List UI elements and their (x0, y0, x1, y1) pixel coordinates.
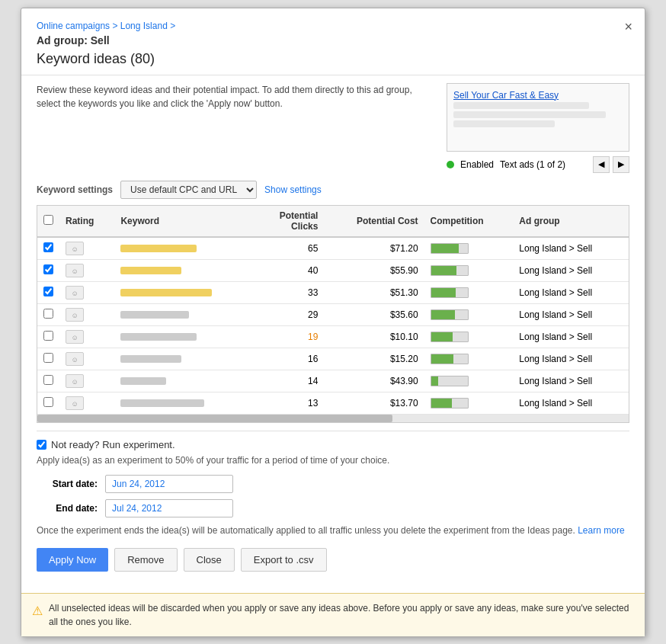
row-rating: ☺ (59, 259, 114, 281)
horizontal-scrollbar[interactable] (37, 415, 629, 422)
row-adgroup: Long Island > Sell (513, 392, 629, 414)
end-date-input[interactable] (105, 499, 233, 517)
table-row: ☺ 29 $35.60 Long Island > Sell (37, 303, 629, 325)
start-date-label: Start date: (37, 479, 98, 489)
row-clicks: 16 (255, 348, 324, 370)
row-checkbox-5[interactable] (43, 353, 53, 363)
dialog-header: Online campaigns > Long Island > Ad grou… (21, 8, 645, 75)
experiment-checkbox[interactable] (37, 440, 46, 450)
warning-icon: ⚠ (32, 602, 43, 620)
text-ads-label: Text ads (1 of 2) (500, 159, 565, 170)
ad-status-bar: Enabled Text ads (1 of 2) ◀ ▶ (447, 156, 629, 173)
next-ad-button[interactable]: ▶ (613, 156, 629, 173)
prev-ad-button[interactable]: ◀ (593, 156, 610, 173)
competition-fill (431, 399, 453, 408)
close-dialog-button[interactable]: Close (184, 548, 235, 572)
export-csv-button[interactable]: Export to .csv (241, 548, 327, 572)
close-button[interactable]: × (624, 19, 632, 35)
row-competition (424, 259, 514, 281)
row-checkbox-7[interactable] (43, 397, 53, 407)
rating-icon: ☺ (66, 286, 84, 300)
row-cost: $43.90 (324, 370, 424, 392)
row-competition (424, 370, 514, 392)
row-cost: $71.20 (324, 237, 424, 260)
row-checkbox-4[interactable] (43, 331, 53, 341)
competition-fill (431, 376, 439, 386)
row-competition (424, 281, 514, 303)
row-adgroup: Long Island > Sell (513, 348, 629, 370)
row-cost: $13.70 (324, 392, 424, 414)
description-text: Review these keyword ideas and their pot… (37, 83, 431, 173)
row-cost: $35.60 (324, 303, 424, 325)
row-checkbox-1[interactable] (43, 264, 53, 274)
header-potential-clicks: PotentialClicks (255, 206, 324, 237)
keyword-settings-label: Keyword settings (37, 184, 113, 195)
competition-fill (431, 332, 453, 341)
table-row: ☺ 40 $55.90 Long Island > Sell (37, 259, 629, 281)
row-adgroup: Long Island > Sell (513, 370, 629, 392)
row-checkbox-0[interactable] (43, 242, 53, 252)
scrollbar-thumb (37, 415, 392, 422)
rating-icon: ☺ (66, 308, 84, 322)
row-checkbox-2[interactable] (43, 287, 53, 296)
table-row: ☺ 16 $15.20 Long Island > Sell (37, 348, 629, 370)
ad-preview-title: Sell Your Car Fast & Easy (453, 90, 623, 101)
row-keyword (114, 259, 255, 281)
row-checkbox-6[interactable] (43, 375, 53, 385)
warning-bar: ⚠ All unselected ideas will be discarded… (21, 593, 645, 636)
row-clicks: 14 (255, 370, 324, 392)
ad-group-line: Ad group: Sell (37, 34, 629, 46)
start-date-row: Start date: (37, 475, 629, 493)
learn-more-link[interactable]: Learn more (578, 525, 624, 536)
rating-icon: ☺ (66, 242, 84, 255)
header-ad-group: Ad group (513, 206, 629, 237)
row-checkbox-cell (37, 281, 59, 303)
row-checkbox-3[interactable] (43, 309, 53, 319)
row-checkbox-cell (37, 259, 59, 281)
header-competition: Competition (424, 206, 514, 237)
row-clicks: 29 (255, 303, 324, 325)
rating-icon: ☺ (66, 352, 84, 366)
row-competition (424, 237, 514, 260)
end-date-label: End date: (37, 503, 98, 514)
breadcrumb-online-campaigns[interactable]: Online campaigns (37, 21, 110, 31)
header-potential-cost: Potential Cost (324, 206, 424, 237)
keyword-text (120, 289, 212, 296)
keyword-text (120, 245, 197, 252)
keyword-text (120, 377, 166, 385)
breadcrumb: Online campaigns > Long Island > (37, 21, 629, 31)
row-keyword (114, 370, 255, 392)
row-competition (424, 325, 514, 348)
row-adgroup: Long Island > Sell (513, 281, 629, 303)
apply-now-button[interactable]: Apply Now (37, 548, 108, 572)
status-label: Enabled (460, 159, 494, 170)
show-settings-link[interactable]: Show settings (264, 184, 322, 195)
row-keyword (114, 303, 255, 325)
row-cost: $51.30 (324, 281, 424, 303)
keywords-table-container: Rating Keyword PotentialClicks Potential… (37, 205, 629, 423)
row-rating: ☺ (59, 281, 114, 303)
ad-preview-url (453, 120, 555, 127)
competition-bar (431, 398, 469, 409)
table-row: ☺ 14 $43.90 Long Island > Sell (37, 370, 629, 392)
row-competition (424, 392, 514, 414)
row-cost: $15.20 (324, 348, 424, 370)
row-keyword (114, 348, 255, 370)
keyword-text (120, 333, 197, 341)
remove-button[interactable]: Remove (114, 548, 177, 572)
breadcrumb-long-island[interactable]: Long Island (120, 21, 168, 31)
ad-preview-container: Sell Your Car Fast & Easy Enabled Text a… (447, 83, 629, 173)
competition-bar (431, 376, 469, 386)
row-clicks: 13 (255, 392, 324, 414)
select-all-checkbox[interactable] (43, 215, 53, 225)
cpc-url-dropdown[interactable]: Use default CPC and URL (120, 181, 257, 199)
keyword-text (120, 267, 181, 274)
row-checkbox-cell (37, 392, 59, 414)
action-buttons: Apply Now Remove Close Export to .csv (37, 548, 629, 572)
table-header: Rating Keyword PotentialClicks Potential… (37, 206, 629, 237)
row-rating: ☺ (59, 392, 114, 414)
row-checkbox-cell (37, 303, 59, 325)
row-adgroup: Long Island > Sell (513, 237, 629, 260)
dialog-title: Keyword ideas (80) (37, 51, 629, 67)
start-date-input[interactable] (105, 475, 233, 493)
